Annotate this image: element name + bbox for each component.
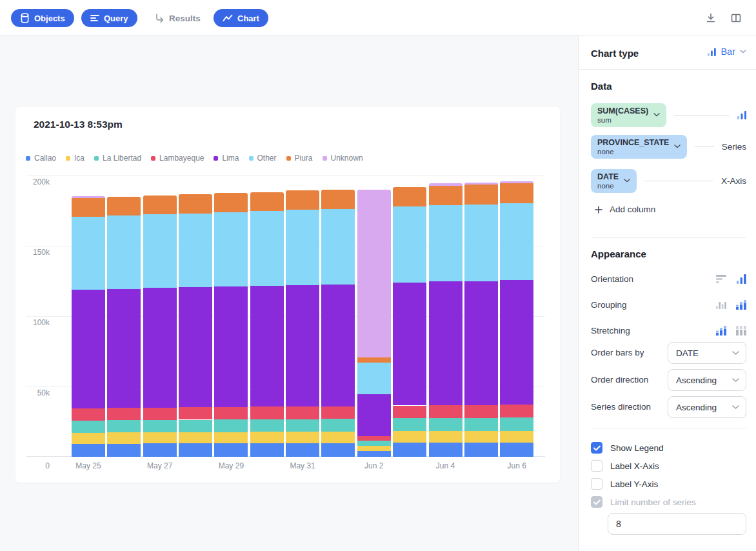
bar-segment-callao[interactable] [107,444,141,457]
objects-button[interactable]: Objects [11,9,74,27]
bar-segment-callao[interactable] [214,443,248,457]
bar-segment-unknown[interactable] [500,181,533,184]
bar-segment-ica[interactable] [357,446,391,451]
bar-segment-callao[interactable] [250,443,284,457]
limit-series-checkbox[interactable]: Limit number of series [591,496,696,508]
bar-segment-other[interactable] [250,211,284,286]
bar-segment-ica[interactable] [500,431,533,443]
bar-segment-piura[interactable] [464,185,498,205]
chart-type-selector[interactable]: Bar [708,46,746,57]
series-direction-select[interactable]: Ascending [668,396,746,418]
vertical-bars-icon[interactable] [737,274,746,284]
bar-segment-lambayeque[interactable] [214,407,248,419]
chart-button[interactable]: Chart [214,9,268,27]
bar-segment-lima[interactable] [250,286,284,407]
order-direction-select[interactable]: Ascending [668,369,746,391]
split-panel-icon[interactable] [730,12,742,24]
stacked-stretched-icon[interactable] [736,326,746,336]
bar-segment-piura[interactable] [214,193,248,212]
legend-item-callao[interactable]: Callao [26,154,56,163]
legend-item-piura[interactable]: Piura [286,154,313,163]
bar-segment-la-libertad[interactable] [179,420,212,432]
bar-segment-ica[interactable] [286,432,319,443]
bar-segment-lambayeque[interactable] [464,405,498,418]
bar-segment-lima[interactable] [179,287,212,407]
bar-segment-piura[interactable] [321,190,355,209]
bar-segment-other[interactable] [357,363,391,394]
bar-segment-other[interactable] [143,214,177,288]
bar-segment-other[interactable] [393,206,426,283]
bar-segment-lambayeque[interactable] [321,406,355,419]
legend-item-unknown[interactable]: Unknown [323,154,363,163]
bar-segment-callao[interactable] [429,443,463,457]
column-pill-province-state[interactable]: PROVINCE_STATE none [591,135,687,159]
bar-segment-callao[interactable] [286,443,319,457]
bar-segment-ica[interactable] [179,432,212,443]
bar-segment-lima[interactable] [393,283,426,406]
bar-segment-lima[interactable] [143,288,177,407]
bar-segment-lima[interactable] [429,281,463,405]
bar-segment-lima[interactable] [357,394,391,436]
bar-segment-piura[interactable] [357,357,391,363]
legend-item-lambayeque[interactable]: Lambayeque [151,154,204,163]
bar-segment-piura[interactable] [500,183,533,203]
bar-segment-other[interactable] [107,215,141,288]
bar-segment-lima[interactable] [321,285,355,406]
bar-segment-ica[interactable] [321,432,355,443]
bar-segment-callao[interactable] [143,443,177,457]
bar-segment-unknown[interactable] [72,196,105,198]
results-link[interactable]: Results [154,9,201,27]
bar-segment-la-libertad[interactable] [107,420,141,432]
bar-segment-other[interactable] [464,205,498,281]
bar-segment-other[interactable] [500,203,533,280]
bar-segment-la-libertad[interactable] [250,419,284,432]
bar-segment-ica[interactable] [250,432,284,443]
bar-segment-lambayeque[interactable] [250,406,284,419]
legend-item-ica[interactable]: Ica [66,154,85,163]
bar-segment-lambayeque[interactable] [286,406,319,419]
bar-segment-unknown[interactable] [464,183,498,185]
bar-segment-unknown[interactable] [429,183,463,185]
bar-segment-unknown[interactable] [357,190,391,357]
bar-segment-piura[interactable] [393,187,426,207]
grouped-bars-icon[interactable] [716,300,726,309]
bar-segment-ica[interactable] [429,431,463,443]
query-button[interactable]: Query [81,9,137,27]
bar-segment-callao[interactable] [500,443,533,457]
bar-segment-ica[interactable] [393,431,426,443]
bar-segment-la-libertad[interactable] [214,419,248,432]
add-column-button[interactable]: Add column [595,205,655,214]
bar-segment-la-libertad[interactable] [429,418,463,431]
label-y-axis-checkbox[interactable]: Label Y-Axis [591,478,658,490]
column-pill-sum-cases[interactable]: SUM(CASES) sum [591,103,666,127]
stacked-natural-icon[interactable] [716,326,726,336]
bar-segment-other[interactable] [214,212,248,286]
bar-segment-lambayeque[interactable] [143,408,177,420]
label-x-axis-checkbox[interactable]: Label X-Axis [591,460,659,472]
bar-segment-ica[interactable] [214,432,248,443]
stacked-bars-icon[interactable] [736,300,746,310]
bar-segment-lima[interactable] [72,290,105,408]
bar-segment-lambayeque[interactable] [179,407,212,419]
bar-segment-callao[interactable] [321,443,355,457]
bar-segment-callao[interactable] [72,444,105,457]
bar-segment-la-libertad[interactable] [143,420,177,432]
bar-segment-piura[interactable] [72,198,105,217]
bar-segment-other[interactable] [429,205,463,281]
bar-segment-other[interactable] [321,209,355,285]
bar-segment-piura[interactable] [143,195,177,214]
bar-segment-la-libertad[interactable] [393,418,426,431]
bar-segment-la-libertad[interactable] [357,441,391,446]
bar-segment-other[interactable] [72,217,105,290]
bar-segment-piura[interactable] [250,192,284,212]
bar-segment-piura[interactable] [179,194,212,213]
order-bars-by-select[interactable]: DATE [668,342,746,364]
bar-segment-callao[interactable] [179,443,212,457]
bar-segment-lambayeque[interactable] [500,405,533,417]
bar-segment-other[interactable] [179,214,212,288]
bar-segment-callao[interactable] [464,443,498,457]
bar-segment-lima[interactable] [214,286,248,407]
bar-segment-callao[interactable] [393,443,426,457]
bar-segment-lambayeque[interactable] [72,408,105,421]
horizontal-bars-icon[interactable] [716,274,727,283]
